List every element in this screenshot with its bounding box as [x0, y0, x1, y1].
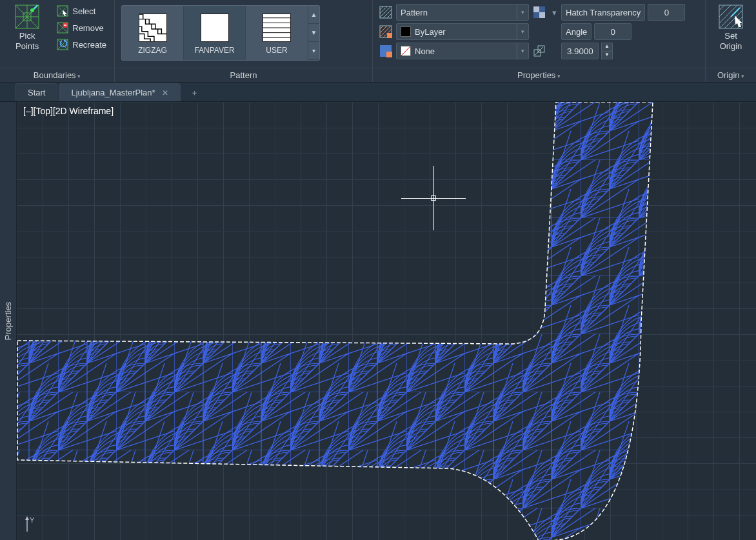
- drawing-area[interactable]: Properties [–][Top][2D Wireframe]: [0, 102, 756, 540]
- tab-bar: Start Ljubljana_MasterPlan*✕ ＋: [0, 83, 756, 102]
- select-label: Select: [72, 6, 95, 16]
- scale-input[interactable]: [561, 43, 599, 59]
- hatch-type-select[interactable]: Pattern: [396, 4, 529, 21]
- color-swatch-icon: [401, 26, 411, 37]
- pick-points-button[interactable]: Pick Points: [4, 3, 50, 52]
- tab-start-label: Start: [28, 88, 45, 97]
- set-origin-button[interactable]: Set Origin: [714, 3, 748, 52]
- angle-icon: [532, 24, 547, 39]
- set-origin-label-l1: Set: [724, 31, 737, 41]
- select-button[interactable]: Select: [53, 3, 110, 19]
- transparency-dropdown[interactable]: ▾: [550, 8, 559, 17]
- tab-new-button[interactable]: ＋: [186, 85, 204, 101]
- svg-rect-16: [533, 6, 539, 12]
- ribbon: Pick Points Select Remove Recreate Bound…: [0, 0, 756, 83]
- hatch-bg-value: None: [415, 46, 435, 56]
- properties-palette-label: Properties: [3, 302, 13, 340]
- panel-properties: Pattern ▾ Hatch Transparency ByLayer Ang…: [373, 0, 706, 82]
- svg-point-3: [30, 8, 34, 12]
- pattern-user[interactable]: USER: [246, 6, 308, 60]
- user-swatch-icon: [263, 14, 291, 42]
- properties-palette-tab[interactable]: Properties: [0, 102, 17, 540]
- panel-origin-title[interactable]: Origin: [706, 68, 756, 82]
- transparency-label: Hatch Transparency: [561, 4, 645, 21]
- tab-file[interactable]: Ljubljana_MasterPlan*✕: [59, 83, 180, 101]
- svg-text:Y: Y: [30, 516, 35, 524]
- recreate-label: Recreate: [72, 40, 106, 50]
- gallery-scroll-up[interactable]: ▲: [308, 6, 319, 24]
- svg-rect-17: [539, 12, 545, 18]
- pattern-zigzag[interactable]: ZIGZAG: [122, 6, 184, 60]
- panel-properties-title[interactable]: Properties: [373, 68, 705, 82]
- svg-rect-21: [386, 52, 392, 57]
- pattern-label: ZIGZAG: [138, 46, 167, 55]
- panel-origin: Set Origin Origin: [706, 0, 756, 82]
- hatched-region[interactable]: [0, 102, 756, 540]
- panel-boundaries: Pick Points Select Remove Recreate Bound…: [0, 0, 115, 82]
- scale-icon[interactable]: [532, 43, 547, 59]
- pattern-fanpaver[interactable]: FANPAVER: [184, 6, 246, 60]
- angle-input[interactable]: [594, 23, 632, 40]
- none-swatch-icon: [401, 46, 411, 56]
- scale-spin-up[interactable]: ▲: [601, 43, 613, 52]
- transparency-input[interactable]: [648, 4, 685, 21]
- fanpaver-swatch-icon: [201, 14, 229, 42]
- recreate-button[interactable]: Recreate: [53, 36, 110, 53]
- pick-points-icon: [14, 4, 40, 30]
- hatch-bg-select[interactable]: None: [396, 43, 529, 59]
- scale-spin-down[interactable]: ▼: [601, 52, 613, 60]
- viewport-controls[interactable]: [–][Top][2D Wireframe]: [23, 106, 114, 116]
- tab-start[interactable]: Start: [15, 83, 57, 101]
- transparency-icon[interactable]: [532, 5, 547, 20]
- panel-pattern-title: Pattern: [115, 68, 372, 82]
- ucs-icon[interactable]: Y: [23, 516, 43, 537]
- panel-pattern: ZIGZAG FANPAVER USER ▲ ▼ ▾ Pattern: [115, 0, 373, 82]
- angle-label: Angle: [561, 23, 592, 40]
- hatch-type-icon[interactable]: [378, 5, 393, 20]
- pick-points-label: Pick Points: [8, 31, 46, 51]
- remove-label: Remove: [72, 23, 103, 33]
- panel-boundaries-title[interactable]: Boundaries: [0, 68, 114, 82]
- remove-button[interactable]: Remove: [53, 19, 110, 36]
- svg-rect-19: [387, 33, 392, 38]
- pattern-label: FANPAVER: [194, 46, 234, 55]
- gallery-expand[interactable]: ▾: [308, 42, 319, 60]
- pattern-label: USER: [266, 46, 287, 55]
- recreate-icon: [57, 39, 68, 50]
- tab-file-label: Ljubljana_MasterPlan*: [71, 88, 155, 97]
- hatch-type-value: Pattern: [401, 8, 428, 17]
- remove-icon: [57, 22, 68, 34]
- tab-close-icon[interactable]: ✕: [162, 88, 168, 97]
- hatch-color-select[interactable]: ByLayer: [396, 23, 529, 40]
- hatch-bg-icon[interactable]: [378, 43, 393, 59]
- gallery-scroll-down[interactable]: ▼: [308, 24, 319, 42]
- hatch-color-icon[interactable]: [378, 24, 393, 39]
- gallery-scroll: ▲ ▼ ▾: [308, 6, 319, 60]
- hatch-color-value: ByLayer: [415, 27, 446, 37]
- set-origin-label-l2: Origin: [720, 41, 742, 52]
- pattern-gallery: ZIGZAG FANPAVER USER ▲ ▼ ▾: [121, 5, 320, 61]
- select-icon: [57, 5, 68, 17]
- set-origin-icon: [718, 4, 744, 30]
- zigzag-swatch-icon: [139, 14, 167, 42]
